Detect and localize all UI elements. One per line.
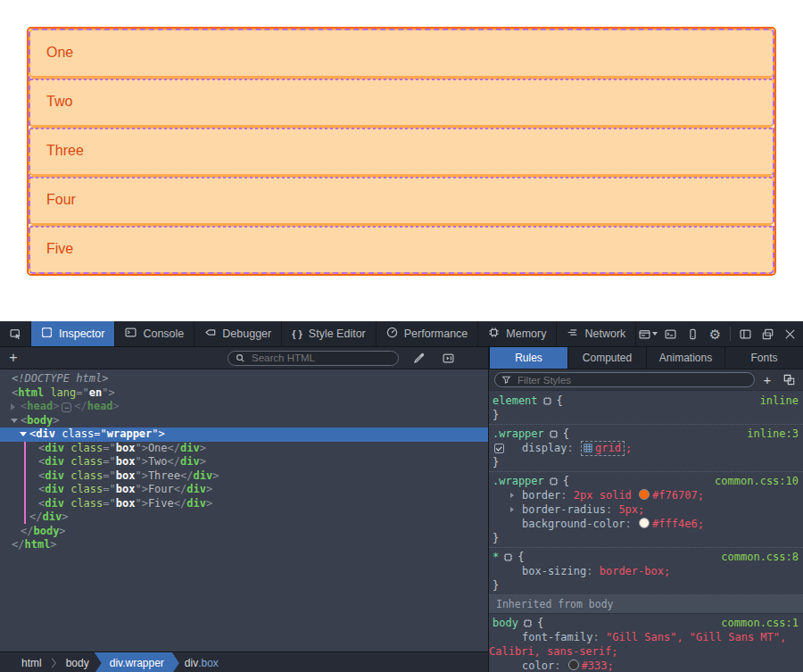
tab-console[interactable]: Console [115, 321, 195, 346]
filter-styles-field[interactable] [516, 374, 748, 386]
css-selector[interactable]: element [493, 394, 538, 408]
sidebar-tab-rules[interactable]: Rules [489, 347, 567, 369]
search-html-field[interactable] [250, 352, 391, 364]
breadcrumb-item[interactable]: div.wrapper [95, 652, 179, 672]
breadcrumb-item[interactable]: body [57, 652, 98, 672]
iframe-select-icon[interactable] [637, 321, 659, 346]
settings-gear-icon[interactable]: ⚙ [704, 321, 726, 346]
tab-performance[interactable]: Performance [377, 321, 479, 346]
stylesheet-link[interactable]: common.css:1 [721, 616, 803, 630]
css-declaration[interactable]: color: #333; [489, 659, 803, 672]
markup-line[interactable]: <!DOCTYPE html> [0, 372, 488, 386]
markup-line[interactable]: </div> [0, 510, 488, 525]
code-token: class [70, 497, 103, 510]
color-swatch[interactable] [639, 518, 650, 528]
play-panel-icon[interactable] [438, 353, 458, 364]
tab-style-editor[interactable]: { }Style Editor [282, 321, 377, 346]
css-declaration[interactable]: background-color: #fff4e6; [489, 517, 803, 531]
inspector-main: <!DOCTYPE html><html lang="en"><head>…</… [0, 369, 803, 672]
stylesheet-link[interactable]: common.css:8 [721, 550, 803, 564]
code-token: </ [74, 400, 87, 412]
stylesheet-link[interactable]: common.css:10 [715, 474, 803, 488]
markup-line[interactable]: <body> [0, 414, 488, 428]
markup-line[interactable]: <div class="box">One</div> [0, 442, 488, 456]
markup-line[interactable]: <div class="wrapper"> [0, 427, 488, 442]
tab-debugger[interactable]: Debugger [195, 321, 282, 346]
css-selector[interactable]: body [493, 616, 518, 630]
code-token: head [27, 400, 53, 412]
grid-box: Two [29, 78, 774, 127]
close-icon[interactable] [779, 321, 801, 346]
rule-header[interactable]: *{common.css:8 [489, 550, 803, 564]
rule-header[interactable]: .wrapper{common.css:10 [489, 474, 803, 488]
highlight-target-icon[interactable] [542, 396, 552, 406]
rule-header[interactable]: .wrapper{inline:3 [489, 427, 803, 441]
markup-line[interactable]: <div class="box">Three</div> [0, 469, 488, 484]
breadcrumb-item[interactable]: html [12, 652, 51, 672]
dock-side-icon[interactable] [734, 321, 757, 346]
breadcrumb-item[interactable]: div.box [176, 652, 228, 672]
tab-network[interactable]: Network [557, 321, 636, 346]
highlight-target-icon[interactable] [523, 618, 533, 628]
color-swatch[interactable] [568, 660, 579, 670]
markup-line[interactable]: <div class="box">Two</div> [0, 455, 488, 469]
css-declaration[interactable]: font-family: "Gill Sans", "Gill Sans MT"… [489, 630, 803, 659]
css-declaration[interactable]: box-sizing: border-box; [489, 564, 803, 578]
markup-line[interactable]: </body> [0, 525, 488, 539]
eyedropper-icon[interactable] [409, 353, 428, 364]
responsive-mode-icon[interactable] [682, 321, 704, 346]
color-swatch[interactable] [639, 489, 650, 500]
add-rule-button[interactable]: + [758, 372, 776, 387]
add-node-button[interactable]: + [0, 350, 27, 366]
css-declaration[interactable]: display: grid; [489, 441, 803, 455]
split-console-icon[interactable] [659, 321, 682, 346]
rule-header[interactable]: element{inline [489, 394, 803, 408]
markup-line[interactable]: <div class="box">Five</div> [0, 497, 488, 511]
code-token: body [27, 414, 53, 427]
separate-window-icon[interactable] [757, 321, 779, 346]
css-selector[interactable]: * [493, 550, 499, 564]
code-token: "> [102, 386, 114, 399]
grid-toggle-chip[interactable]: grid [581, 441, 625, 456]
css-selector[interactable]: .wrapper [493, 474, 544, 488]
filter-styles-input[interactable] [494, 372, 755, 387]
element-picker-icon[interactable] [0, 321, 31, 346]
css-declaration[interactable]: border: 2px solid #f76707; [489, 488, 803, 502]
markup-line[interactable]: <head>…</head> [0, 400, 488, 414]
tab-memory[interactable]: Memory [478, 321, 557, 346]
grid-toggle-icon[interactable] [584, 442, 595, 454]
collapse-arrow-icon[interactable] [11, 419, 18, 423]
code-token: =" [76, 386, 88, 399]
tab-inspector[interactable]: Inspector [31, 321, 115, 346]
css-declaration[interactable]: border-radius: 5px; [489, 502, 803, 517]
highlight-target-icon[interactable] [503, 552, 513, 562]
collapse-arrow-icon[interactable] [20, 432, 27, 436]
sidebar-tab-fonts[interactable]: Fonts [724, 347, 803, 369]
expand-arrow-icon[interactable] [510, 507, 514, 512]
stylesheet-link[interactable]: inline [760, 394, 803, 408]
grid-box: Four [29, 176, 774, 225]
markup-line[interactable]: <div class="box">Four</div> [0, 483, 488, 497]
close-brace: } [489, 408, 803, 422]
markup-line[interactable]: <html lang="en"> [0, 386, 488, 401]
search-html-input[interactable] [228, 351, 399, 366]
code-token: > [53, 414, 59, 427]
code-token: </ [168, 455, 180, 468]
sidebar-tab-computed[interactable]: Computed [567, 347, 646, 369]
sidebar-tab-animations[interactable]: Animations [646, 347, 724, 369]
pseudo-class-panel-icon[interactable] [780, 374, 798, 386]
rules-toolbar: + [489, 369, 803, 391]
highlight-target-icon[interactable] [549, 429, 559, 439]
expand-arrow-icon[interactable] [11, 403, 15, 411]
code-token: head [87, 400, 113, 412]
markup-line[interactable]: </html> [0, 538, 488, 552]
stylesheet-link[interactable]: inline:3 [747, 427, 803, 441]
declaration-checkbox[interactable] [494, 444, 504, 453]
css-selector[interactable]: .wrapper [493, 427, 544, 441]
code-token: </ [174, 483, 186, 495]
property-value: 5px [618, 503, 638, 516]
rule-header[interactable]: body{common.css:1 [489, 616, 803, 630]
expand-arrow-icon[interactable] [510, 493, 514, 498]
highlight-target-icon[interactable] [549, 477, 559, 486]
browser-viewport: OneTwoThreeFourFive [0, 0, 803, 321]
